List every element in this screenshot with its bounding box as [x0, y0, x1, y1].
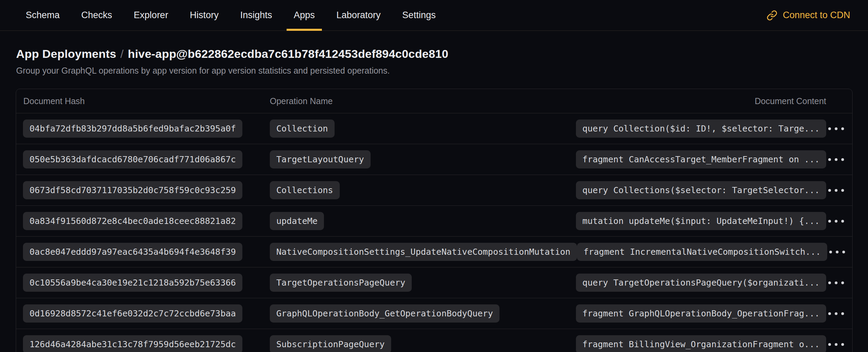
table-row: 126d46a4284abe31c13c78f7959d56eeb21725dc… — [16, 329, 852, 352]
ellipsis-horizontal-icon — [828, 158, 831, 161]
link-icon — [767, 10, 777, 21]
table-row: 0d16928d8572c41ef6e032d2c7c72ccbd6e73baa… — [16, 298, 852, 329]
document-content-pill: query Collection($id: ID!, $selector: Ta… — [576, 120, 826, 138]
document-hash-pill: 050e5b363dafdcacd6780e706cadf771d06a867c — [23, 150, 242, 168]
page-title: App Deployments/hive-app@b622862ecdba7c6… — [16, 47, 849, 61]
document-content-pill: query TargetOperationsPageQuery($organiz… — [576, 274, 826, 292]
column-header-document-hash: Document Hash — [23, 96, 270, 106]
row-menu-button[interactable] — [827, 277, 845, 289]
app-deployments-table: Document Hash Operation Name Document Co… — [16, 89, 853, 352]
table-header-row: Document Hash Operation Name Document Co… — [16, 89, 852, 113]
row-menu-button[interactable] — [827, 153, 845, 166]
table-row: 0673df58cd7037117035b2d0c758f59c0c93c259… — [16, 175, 852, 205]
operation-name-pill: updateMe — [270, 212, 324, 230]
table-row: 0ac8e047eddd97a97eac6435a4b694f4e3648f39… — [16, 236, 852, 267]
ellipsis-horizontal-icon — [828, 312, 831, 315]
document-hash-pill: 0d16928d8572c41ef6e032d2c7c72ccbd6e73baa — [23, 304, 242, 323]
document-content-pill: query Collections($selector: TargetSelec… — [576, 181, 826, 199]
row-menu-button[interactable] — [827, 215, 845, 227]
nav-tab-insights[interactable]: Insights — [233, 0, 279, 30]
operation-name-pill: NativeCompositionSettings_UpdateNativeCo… — [270, 243, 577, 261]
ellipsis-horizontal-icon — [828, 343, 831, 346]
breadcrumb-separator: / — [120, 47, 124, 60]
document-content-pill: fragment GraphQLOperationBody_OperationF… — [576, 304, 826, 323]
nav-tab-history[interactable]: History — [183, 0, 226, 30]
column-header-operation-name: Operation Name — [270, 96, 755, 106]
nav-tab-checks[interactable]: Checks — [74, 0, 119, 30]
page-subtitle: Group your GraphQL operations by app ver… — [16, 66, 849, 76]
nav-tab-explorer[interactable]: Explorer — [126, 0, 176, 30]
row-menu-button[interactable] — [827, 338, 845, 351]
breadcrumb-root: App Deployments — [16, 47, 116, 60]
operation-name-pill: SubscriptionPageQuery — [270, 335, 391, 352]
ellipsis-horizontal-icon — [829, 251, 832, 253]
document-content-pill: fragment CanAccessTarget_MemberFragment … — [576, 150, 826, 168]
table-row: 0a834f91560d872e8c4bec0ade18ceec88821a82… — [16, 205, 852, 236]
ellipsis-horizontal-icon — [828, 281, 831, 284]
page-header: App Deployments/hive-app@b622862ecdba7c6… — [0, 31, 868, 76]
operation-name-pill: TargetLayoutQuery — [270, 150, 371, 168]
ellipsis-horizontal-icon — [828, 220, 831, 223]
row-menu-button[interactable] — [827, 184, 845, 197]
deployment-name: hive-app@b622862ecdba7c61b78f412453def89… — [128, 47, 448, 60]
operation-name-pill: Collection — [270, 120, 335, 138]
column-header-document-content: Document Content — [755, 96, 826, 106]
document-hash-pill: 0c10556a9be4ca30e19e21c1218a592b75e63366 — [23, 274, 242, 292]
connect-to-cdn-label: Connect to CDN — [783, 10, 850, 21]
table-body: 04bfa72dfb83b297dd8a5b6fed9bafac2b395a0f… — [16, 113, 852, 352]
nav-tab-schema[interactable]: Schema — [19, 0, 67, 30]
ellipsis-horizontal-icon — [828, 127, 831, 130]
table-row: 04bfa72dfb83b297dd8a5b6fed9bafac2b395a0f… — [16, 113, 852, 144]
table-row: 0c10556a9be4ca30e19e21c1218a592b75e63366… — [16, 267, 852, 298]
document-hash-pill: 0ac8e047eddd97a97eac6435a4b694f4e3648f39 — [23, 243, 242, 261]
document-hash-pill: 0a834f91560d872e8c4bec0ade18ceec88821a82 — [23, 212, 242, 230]
table-row: 050e5b363dafdcacd6780e706cadf771d06a867c… — [16, 144, 852, 175]
nav-tab-settings[interactable]: Settings — [395, 0, 443, 30]
row-menu-button[interactable] — [828, 246, 846, 258]
nav-tab-apps[interactable]: Apps — [287, 0, 322, 30]
ellipsis-horizontal-icon — [828, 189, 831, 192]
top-navigation: Schema Checks Explorer History Insights … — [0, 0, 868, 31]
operation-name-pill: GraphQLOperationBody_GetOperationBodyQue… — [270, 304, 499, 323]
document-content-pill: mutation updateMe($input: UpdateMeInput!… — [576, 212, 826, 230]
operation-name-pill: Collections — [270, 181, 340, 199]
document-hash-pill: 0673df58cd7037117035b2d0c758f59c0c93c259 — [23, 181, 242, 199]
row-menu-button[interactable] — [827, 307, 845, 320]
nav-tab-laboratory[interactable]: Laboratory — [329, 0, 388, 30]
row-menu-button[interactable] — [827, 123, 845, 135]
connect-to-cdn-link[interactable]: Connect to CDN — [767, 0, 850, 30]
nav-tabs: Schema Checks Explorer History Insights … — [19, 0, 450, 30]
document-hash-pill: 04bfa72dfb83b297dd8a5b6fed9bafac2b395a0f — [23, 120, 242, 138]
document-content-pill: fragment IncrementalNativeCompositionSwi… — [577, 243, 827, 261]
document-hash-pill: 126d46a4284abe31c13c78f7959d56eeb21725dc — [23, 335, 242, 352]
operation-name-pill: TargetOperationsPageQuery — [270, 274, 412, 292]
document-content-pill: fragment BillingView_OrganizationFragmen… — [576, 335, 826, 352]
